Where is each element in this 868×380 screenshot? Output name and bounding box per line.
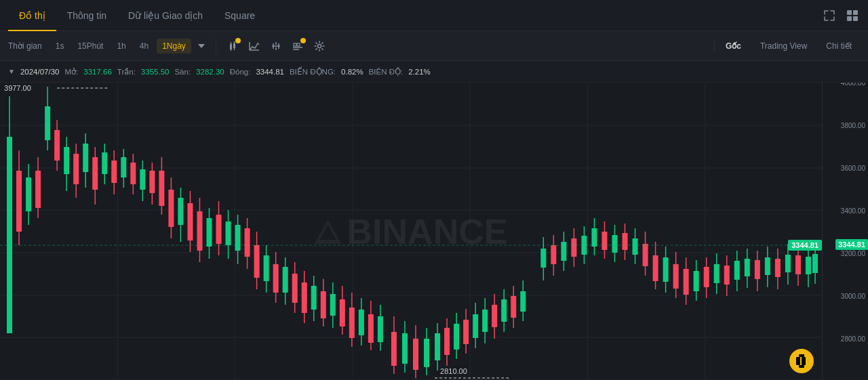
price-label-3600: 3600.00 (841, 164, 865, 171)
svg-rect-97 (264, 255, 269, 281)
svg-rect-17 (294, 43, 296, 46)
svg-rect-141 (482, 310, 488, 332)
svg-rect-177 (673, 264, 679, 289)
price-label-3200: 3200.00 (841, 249, 865, 257)
price-label-3800: 3800.00 (841, 122, 865, 129)
interval-15phut[interactable]: 15Phút (72, 39, 108, 54)
svg-rect-133 (444, 328, 450, 355)
svg-rect-59 (83, 144, 88, 172)
indicators-icon[interactable] (267, 37, 285, 56)
fullscreen-icon[interactable] (822, 8, 837, 23)
nav-item-thongtin[interactable]: Thông tin (56, 0, 117, 31)
svg-rect-83 (197, 211, 202, 251)
coin-icon[interactable] (789, 349, 814, 373)
price-axis: 4000.00 3800.00 3600.00 3400.00 3200.00 … (822, 83, 868, 380)
svg-rect-181 (694, 271, 699, 291)
svg-rect-18 (297, 43, 300, 46)
svg-rect-103 (292, 274, 298, 303)
view-chitiet[interactable]: Chi tiết (818, 39, 860, 54)
info-open-label: Mở: (64, 67, 78, 77)
svg-rect-147 (511, 296, 516, 318)
svg-rect-175 (663, 257, 669, 282)
interval-dropdown[interactable] (194, 41, 209, 51)
interval-1ngay[interactable]: 1Ngày (157, 39, 191, 54)
svg-rect-7 (233, 43, 235, 48)
svg-rect-193 (755, 260, 760, 279)
svg-rect-2 (847, 16, 852, 21)
svg-rect-63 (102, 152, 107, 174)
svg-rect-123 (391, 332, 397, 366)
svg-rect-187 (724, 266, 730, 284)
svg-rect-75 (159, 171, 164, 206)
svg-rect-161 (591, 228, 597, 247)
info-close-value: 3344.81 (256, 68, 284, 76)
svg-rect-113 (340, 299, 345, 326)
grid-icon[interactable] (845, 8, 860, 23)
svg-rect-129 (424, 339, 429, 367)
svg-rect-61 (92, 157, 98, 190)
svg-rect-55 (64, 147, 69, 174)
svg-rect-189 (734, 261, 740, 280)
svg-rect-79 (178, 198, 183, 225)
price-label-3400: 3400.00 (841, 207, 865, 215)
candle-dot-indicator (235, 38, 241, 43)
chart-main[interactable]: BINANCE 3977.00 (0, 83, 822, 380)
svg-rect-145 (501, 299, 507, 322)
svg-rect-111 (330, 294, 336, 316)
interval-1h[interactable]: 1h (111, 39, 131, 54)
view-tradingview[interactable]: Trading View (752, 39, 815, 54)
nav-item-dulieu[interactable]: Dữ liệu Giao dịch (117, 0, 214, 31)
overlay-dot-indicator (300, 38, 306, 43)
svg-rect-101 (283, 267, 288, 293)
svg-rect-77 (168, 190, 174, 227)
svg-rect-165 (612, 235, 617, 253)
svg-rect-3 (853, 16, 858, 21)
nav-item-dothi[interactable]: Đồ thị (8, 0, 56, 31)
current-price-tag: 3344.81 (788, 240, 822, 251)
svg-rect-139 (473, 314, 478, 338)
svg-rect-199 (785, 255, 791, 272)
interval-1s[interactable]: 1s (50, 39, 70, 54)
settings-icon[interactable] (310, 37, 329, 56)
svg-rect-105 (302, 282, 307, 313)
nav-item-square[interactable]: Square (214, 0, 266, 31)
info-open-value: 3317.66 (83, 68, 112, 76)
info-range-label: BIÊN ĐỘ: (369, 67, 403, 77)
svg-rect-51 (45, 106, 50, 140)
svg-rect-143 (492, 305, 497, 327)
info-volatile-label: BIẾN ĐỘNG: (290, 67, 336, 77)
svg-rect-197 (775, 259, 781, 277)
svg-rect-99 (273, 264, 279, 293)
svg-rect-125 (402, 333, 408, 364)
svg-text:2810.00: 2810.00 (440, 367, 467, 375)
svg-rect-151 (540, 249, 546, 268)
svg-rect-107 (311, 286, 317, 310)
overlay-icon[interactable] (288, 37, 307, 56)
svg-rect-95 (254, 245, 260, 278)
chart-container: BINANCE 3977.00 (0, 83, 868, 380)
svg-rect-0 (847, 10, 852, 15)
info-close-label: Đóng: (230, 68, 251, 76)
interval-4h[interactable]: 4h (134, 39, 154, 54)
svg-rect-109 (321, 291, 326, 318)
line-chart-icon[interactable] (245, 37, 264, 56)
candlestick-chart: 3977.00 2810.00 (0, 83, 822, 380)
svg-rect-45 (16, 171, 22, 232)
svg-rect-121 (378, 316, 383, 342)
info-high-label: Trần: (117, 67, 136, 77)
svg-rect-195 (765, 257, 770, 275)
svg-rect-207 (796, 357, 800, 365)
info-high-value: 3355.50 (141, 68, 170, 76)
svg-rect-71 (140, 169, 145, 190)
svg-rect-203 (806, 257, 811, 274)
info-arrow: ▼ (8, 68, 15, 75)
svg-rect-179 (684, 269, 689, 295)
info-low-value: 3282.30 (196, 68, 224, 76)
svg-rect-205 (812, 254, 818, 273)
svg-rect-47 (26, 177, 31, 211)
svg-text:3977.00: 3977.00 (4, 84, 31, 92)
price-label-4000: 4000.00 (841, 83, 865, 87)
view-switcher: Gốc Trading View Chi tiết (714, 39, 860, 54)
chart-type-candle-icon[interactable] (223, 37, 242, 56)
view-goc[interactable]: Gốc (717, 39, 749, 54)
